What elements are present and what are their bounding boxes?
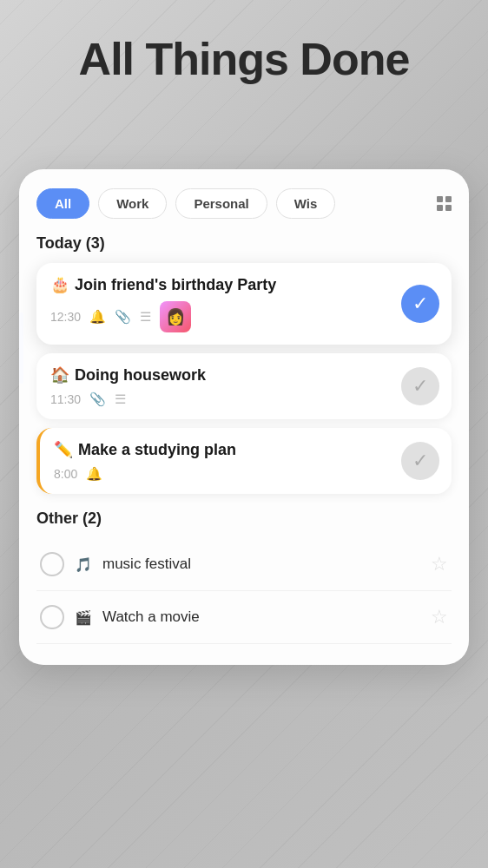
task-birthday-title: 🎂 Join friend's birthday Party [50,275,438,294]
other-section-header: Other (2) [36,510,452,528]
list-icon: ☰ [140,309,151,325]
complete-button-housework[interactable]: ✓ [401,367,439,405]
tab-work[interactable]: Work [98,188,167,219]
tab-all[interactable]: All [36,188,89,219]
task-housework-meta: 11:30 📎 ☰ [50,391,438,407]
bell-icon: 🔔 [89,309,106,325]
task-birthday-meta: 12:30 🔔 📎 ☰ 👩 [50,301,438,332]
star-music[interactable]: ☆ [431,553,448,575]
tab-wis[interactable]: Wis [276,188,336,219]
complete-button-studying[interactable]: ✓ [401,442,439,480]
other-task-music: 🎵 music festival ☆ [36,538,452,591]
task-studying-title: ✏️ Make a studying plan [54,440,438,459]
studying-time: 8:00 [54,467,77,481]
task-housework-title: 🏠 Doing housework [50,365,438,385]
task-thumbnail: 👩 [160,301,191,332]
birthday-emoji: 🎂 [50,275,69,294]
task-housework: 🏠 Doing housework 11:30 📎 ☰ ✓ [36,353,452,419]
circle-check-music[interactable] [40,552,64,576]
clip-icon2: 📎 [89,391,106,407]
movie-emoji: 🎬 [75,609,92,626]
other-task-movie: 🎬 Watch a movie ☆ [36,591,452,644]
task-birthday-party: 🎂 Join friend's birthday Party 12:30 🔔 📎… [36,263,452,345]
birthday-time: 12:30 [50,310,81,324]
star-movie[interactable]: ☆ [431,606,448,628]
task-studying-plan: ✏️ Make a studying plan 8:00 🔔 ✓ [36,428,452,494]
filter-tabs: All Work Personal Wis [36,188,452,219]
housework-emoji: 🏠 [50,365,69,385]
tab-personal[interactable]: Personal [175,188,267,219]
task-studying-meta: 8:00 🔔 [54,466,438,482]
main-card: All Work Personal Wis Today (3) 🎂 Join f… [19,169,469,665]
studying-emoji: ✏️ [54,440,73,459]
music-task-title: music festival [102,556,420,573]
housework-time: 11:30 [50,392,81,406]
clip-icon: 📎 [115,309,131,325]
music-emoji: 🎵 [75,556,92,573]
movie-task-title: Watch a movie [102,608,420,626]
app-title: All Things Done [0,33,488,85]
other-section: Other (2) 🎵 music festival ☆ 🎬 Watch a m… [36,510,452,644]
today-section-header: Today (3) [36,234,452,253]
grid-view-icon[interactable] [437,196,452,211]
list-icon2: ☰ [115,391,126,407]
bell-icon2: 🔔 [86,466,102,482]
complete-button-birthday[interactable]: ✓ [401,285,439,323]
circle-check-movie[interactable] [40,605,64,629]
